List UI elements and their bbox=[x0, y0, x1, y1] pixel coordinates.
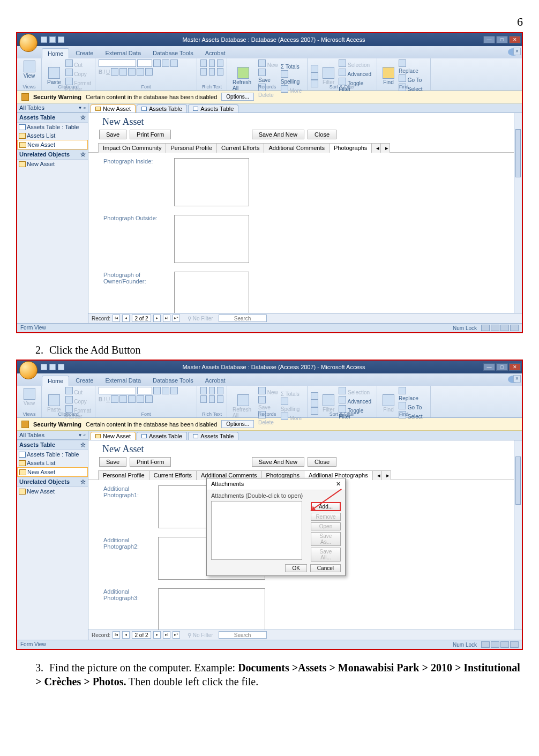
dialog-listbox[interactable] bbox=[211, 501, 302, 560]
form-print-button[interactable]: Print Form bbox=[130, 130, 171, 139]
totals-button[interactable]: Σ Totals bbox=[281, 64, 304, 70]
window-controls[interactable]: —□✕ bbox=[483, 363, 521, 371]
tab-create[interactable]: Create bbox=[70, 48, 99, 58]
doc-tab-assets-2[interactable]: Assets Table bbox=[188, 104, 238, 113]
dialog-saveas-button[interactable]: Save As... bbox=[311, 532, 341, 546]
view-button[interactable]: View bbox=[20, 59, 38, 80]
form-savenew-button[interactable]: Save And New bbox=[252, 457, 304, 467]
form-print-button[interactable]: Print Form bbox=[130, 457, 171, 467]
nav-item-new-asset-2[interactable]: New Asset bbox=[17, 487, 88, 496]
subtab-comments[interactable]: Additional Comments bbox=[264, 143, 330, 153]
form-savenew-button[interactable]: Save And New bbox=[252, 130, 304, 139]
tab-acrobat[interactable]: Acrobat bbox=[200, 48, 231, 58]
nav-item-new-asset-2[interactable]: New Asset bbox=[17, 160, 88, 168]
form-close-button[interactable]: Close bbox=[308, 130, 336, 139]
form-save-button[interactable]: Save bbox=[99, 130, 126, 139]
dialog-cancel-button[interactable]: Cancel bbox=[310, 564, 341, 572]
find-button[interactable]: Find bbox=[380, 66, 396, 86]
view-switcher[interactable] bbox=[481, 641, 519, 648]
recnav-first[interactable]: I◂ bbox=[113, 631, 120, 639]
recnav-last[interactable]: ▸I bbox=[163, 631, 170, 639]
vertical-scrollbar[interactable] bbox=[514, 440, 522, 630]
tab-acrobat[interactable]: Acrobat bbox=[200, 376, 231, 386]
recnav-pos[interactable] bbox=[132, 315, 151, 322]
nav-item-assets-table[interactable]: Assets Table : Table bbox=[17, 450, 88, 459]
replace-button[interactable]: Replace bbox=[399, 59, 427, 74]
dialog-ok-button[interactable]: OK bbox=[285, 564, 306, 572]
nav-header[interactable]: All Tables▼ « bbox=[17, 431, 88, 440]
filter-button[interactable]: Filter bbox=[320, 66, 336, 86]
dialog-open-button[interactable]: Open bbox=[311, 522, 341, 530]
dialog-saveall-button[interactable]: Save All... bbox=[311, 548, 341, 562]
new-button[interactable]: New bbox=[258, 59, 279, 68]
form-save-button[interactable]: Save bbox=[99, 457, 126, 467]
recnav-new[interactable]: ▸* bbox=[173, 631, 180, 639]
subtab-next[interactable]: ▸ bbox=[381, 470, 391, 480]
nav-item-assets-table[interactable]: Assets Table : Table bbox=[17, 123, 88, 131]
subtab-next[interactable]: ▸ bbox=[380, 143, 390, 153]
tab-dbtools[interactable]: Database Tools bbox=[147, 376, 199, 386]
recnav-first[interactable]: I◂ bbox=[113, 315, 120, 322]
nav-item-new-asset[interactable]: New Asset bbox=[17, 140, 88, 149]
field-photo-owner[interactable] bbox=[174, 272, 249, 313]
nav-item-new-asset[interactable]: New Asset bbox=[17, 467, 88, 477]
subtab-photos[interactable]: Photographs bbox=[329, 143, 372, 153]
subtab-efforts[interactable]: Current Efforts bbox=[149, 470, 197, 480]
doc-tab-new-asset[interactable]: New Asset bbox=[91, 432, 136, 440]
nav-group-unrelated[interactable]: Unrelated Objects☆ bbox=[17, 477, 88, 487]
vertical-scrollbar[interactable] bbox=[514, 113, 522, 313]
cut-button[interactable]: Cut bbox=[65, 59, 92, 68]
dialog-close[interactable]: ✕ bbox=[336, 481, 341, 488]
copy-button[interactable]: Copy bbox=[65, 69, 92, 77]
mdi-close[interactable]: × bbox=[513, 48, 521, 55]
subtab-prev[interactable]: ◂ bbox=[371, 143, 381, 153]
subtab-profile[interactable]: Personal Profile bbox=[166, 143, 217, 153]
subtab-prev[interactable]: ◂ bbox=[372, 470, 382, 480]
doc-tab-assets-1[interactable]: Assets Table bbox=[137, 432, 187, 440]
nav-group-unrelated[interactable]: Unrelated Objects☆ bbox=[17, 149, 88, 160]
recnav-search[interactable] bbox=[219, 631, 267, 639]
goto-button[interactable]: Go To bbox=[399, 74, 427, 83]
nav-header[interactable]: All Tables▼ « bbox=[17, 103, 88, 113]
paste-button[interactable]: Paste bbox=[45, 66, 63, 86]
office-button[interactable] bbox=[19, 361, 38, 379]
view-switcher[interactable] bbox=[481, 325, 519, 331]
nav-group-assets[interactable]: Assets Table☆ bbox=[17, 440, 88, 450]
doc-tab-new-asset[interactable]: New Asset bbox=[91, 104, 136, 113]
advanced-button[interactable]: Advanced bbox=[339, 69, 373, 77]
recnav-next[interactable]: ▸ bbox=[153, 315, 161, 322]
tab-home[interactable]: Home bbox=[42, 48, 69, 58]
nav-group-assets[interactable]: Assets Table☆ bbox=[17, 113, 88, 123]
subtab-impact[interactable]: Impact On Community bbox=[98, 143, 166, 153]
nav-item-assets-list[interactable]: Assets List bbox=[17, 131, 88, 140]
window-controls[interactable]: —□✕ bbox=[483, 36, 521, 43]
spelling-button[interactable]: Spelling bbox=[281, 70, 304, 85]
field-photo-inside[interactable] bbox=[174, 158, 249, 206]
recnav-pos[interactable] bbox=[132, 631, 151, 639]
selection-button[interactable]: Selection bbox=[339, 59, 373, 68]
save-rec-button[interactable]: Save bbox=[258, 69, 279, 83]
doc-tab-assets-1[interactable]: Assets Table bbox=[137, 104, 187, 113]
quick-access-toolbar[interactable] bbox=[41, 36, 64, 43]
nav-item-assets-list[interactable]: Assets List bbox=[17, 459, 88, 467]
tab-home[interactable]: Home bbox=[42, 376, 69, 386]
recnav-prev[interactable]: ◂ bbox=[122, 631, 130, 639]
tab-dbtools[interactable]: Database Tools bbox=[147, 48, 199, 58]
tab-externaldata[interactable]: External Data bbox=[100, 48, 146, 58]
recnav-new[interactable]: ▸* bbox=[173, 315, 180, 322]
field-add3[interactable] bbox=[158, 588, 265, 630]
tab-create[interactable]: Create bbox=[70, 376, 99, 386]
subtab-efforts[interactable]: Current Efforts bbox=[216, 143, 264, 153]
doc-tab-assets-2[interactable]: Assets Table bbox=[188, 432, 238, 440]
recnav-last[interactable]: ▸I bbox=[163, 315, 170, 322]
field-photo-outside[interactable] bbox=[174, 215, 249, 263]
mdi-close[interactable]: × bbox=[513, 375, 521, 383]
dialog-remove-button[interactable]: Remove bbox=[311, 513, 341, 521]
subtab-profile[interactable]: Personal Profile bbox=[98, 470, 149, 480]
recnav-prev[interactable]: ◂ bbox=[122, 315, 130, 322]
form-close-button[interactable]: Close bbox=[308, 457, 336, 467]
recnav-next[interactable]: ▸ bbox=[153, 631, 161, 639]
recnav-search[interactable] bbox=[219, 315, 267, 322]
office-button[interactable] bbox=[19, 34, 38, 52]
tab-externaldata[interactable]: External Data bbox=[100, 376, 146, 386]
